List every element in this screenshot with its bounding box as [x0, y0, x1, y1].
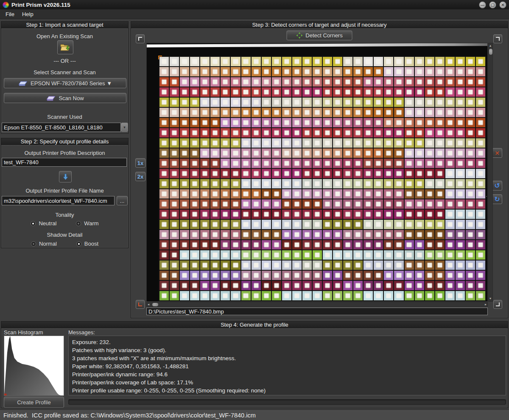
- color-patch: [333, 148, 342, 158]
- color-patch: [466, 128, 475, 137]
- detect-corners-label: Detect Corners: [305, 32, 342, 39]
- color-patch: [200, 281, 210, 290]
- top-right-corner-button[interactable]: [493, 34, 502, 43]
- detect-corners-button[interactable]: Detect Corners: [287, 31, 352, 40]
- color-patch: [445, 87, 455, 97]
- color-patch: [405, 98, 414, 107]
- color-patch: [313, 250, 322, 260]
- menu-file[interactable]: File: [2, 10, 18, 18]
- menu-help[interactable]: Help: [18, 10, 37, 18]
- color-patch: [262, 199, 271, 209]
- color-patch: [282, 169, 291, 178]
- open-scan-button[interactable]: [57, 40, 73, 54]
- color-patch: [292, 148, 302, 158]
- color-patch: [384, 179, 393, 188]
- color-patch: [272, 281, 281, 290]
- top-left-corner-button[interactable]: [136, 34, 145, 43]
- zoom-2x-button[interactable]: 2x: [135, 172, 145, 181]
- color-patch: [405, 77, 414, 87]
- color-patch: [252, 220, 261, 229]
- color-patch: [241, 281, 251, 290]
- scan-file-path-field[interactable]: D:\Pictures\test_WF-7840.bmp: [146, 308, 488, 315]
- color-patch: [364, 98, 373, 107]
- color-patch: [180, 199, 189, 209]
- scroll-left-arrow-icon[interactable]: ◂: [148, 303, 149, 306]
- rotate-ccw-button[interactable]: ↺: [492, 181, 502, 190]
- color-patch: [456, 281, 465, 290]
- color-patch: [333, 210, 342, 219]
- zoom-1x-button[interactable]: 1x: [135, 158, 145, 168]
- scan-image-viewport[interactable]: [146, 43, 488, 302]
- color-patch: [210, 67, 220, 76]
- maximize-button[interactable]: ▢: [489, 1, 496, 8]
- color-patch: [159, 159, 169, 168]
- color-patch: [405, 128, 414, 137]
- color-patch: [425, 189, 434, 199]
- color-patch: [435, 199, 445, 209]
- color-patch: [252, 138, 261, 148]
- color-patch: [323, 260, 332, 270]
- tonality-warm-radio[interactable]: Warm: [76, 220, 98, 227]
- color-patch: [262, 148, 271, 158]
- color-patch: [333, 98, 342, 107]
- color-patch: [262, 159, 271, 168]
- horizontal-scrollbar[interactable]: ◂ ▸: [146, 302, 488, 307]
- color-patch: [323, 291, 332, 300]
- profile-description-label: Output Printer Profile Description: [1, 150, 128, 156]
- color-patch: [364, 87, 373, 97]
- create-profile-button[interactable]: Create Profile: [4, 397, 64, 408]
- color-patch: [445, 169, 455, 178]
- color-patch: [435, 281, 445, 290]
- scan-now-button[interactable]: Scan Now: [4, 93, 126, 103]
- close-button[interactable]: ✕: [499, 1, 506, 8]
- profile-description-input[interactable]: test_WF-7840: [2, 158, 127, 167]
- title-bar: Print Prism v2026.115 — ▢ ✕: [0, 0, 509, 9]
- scroll-up-arrow-icon[interactable]: ▴: [489, 44, 491, 48]
- color-patch: [221, 148, 230, 158]
- color-patch: [405, 57, 414, 66]
- bottom-left-corner-button[interactable]: [136, 300, 145, 309]
- tonality-neutral-radio[interactable]: Neutral: [31, 220, 56, 227]
- horizontal-scrollbar-thumb[interactable]: [152, 303, 158, 306]
- color-patch: [323, 98, 332, 107]
- color-patch: [435, 159, 445, 168]
- scroll-down-arrow-icon[interactable]: ▾: [489, 297, 491, 300]
- color-patch: [313, 98, 322, 107]
- color-patch: [343, 128, 352, 137]
- vertical-scrollbar-thumb[interactable]: [489, 49, 492, 55]
- copy-description-button[interactable]: [59, 171, 72, 182]
- color-patch: [435, 230, 445, 239]
- color-patch: [425, 199, 434, 209]
- color-patch: [262, 220, 271, 229]
- color-patch: [170, 148, 179, 158]
- color-patch: [384, 87, 393, 97]
- color-patch: [476, 77, 485, 87]
- color-patch: [272, 210, 281, 219]
- scanner-used-combobox[interactable]: Epson ET-8550_ET-8500_L8160_L8180: [2, 123, 121, 132]
- color-patch: [272, 148, 281, 158]
- minimize-button[interactable]: —: [479, 1, 486, 8]
- delete-scan-button[interactable]: ✕: [492, 148, 502, 158]
- color-patch: [323, 199, 332, 209]
- color-patch: [302, 128, 312, 137]
- scanner-used-dropdown-button[interactable]: ▾: [121, 123, 128, 132]
- color-patch: [241, 138, 251, 148]
- profile-filename-input[interactable]: m32\spool\drivers\color\test_WF-7840.icm: [2, 196, 115, 205]
- color-patch: [292, 281, 302, 290]
- color-patch: [190, 271, 199, 280]
- vertical-scrollbar[interactable]: ▴ ▾: [488, 43, 493, 302]
- shadow-boost-radio[interactable]: Boost: [76, 241, 98, 247]
- bottom-right-corner-button[interactable]: [493, 300, 502, 309]
- color-patch: [456, 260, 465, 270]
- scanner-select-button[interactable]: EPSON WF-7820/7840 Series ▼: [4, 78, 126, 88]
- color-patch: [190, 230, 199, 239]
- rotate-cw-button[interactable]: ↻: [492, 194, 502, 204]
- scroll-right-arrow-icon[interactable]: ▸: [485, 303, 487, 306]
- color-patch: [272, 57, 281, 66]
- browse-button[interactable]: ...: [117, 196, 128, 205]
- shadow-normal-radio[interactable]: Normal: [31, 241, 57, 247]
- color-patch: [435, 67, 445, 76]
- bottom-right-bracket-icon: [496, 302, 500, 306]
- message-line: Printer/paper/ink dynamic range: 94.6: [72, 370, 502, 378]
- color-patch: [292, 169, 302, 178]
